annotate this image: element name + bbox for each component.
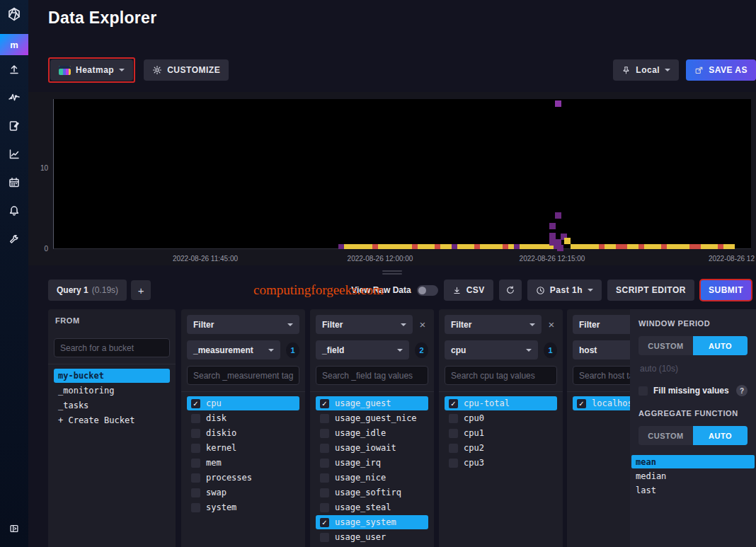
query-tab[interactable]: Query 1 (0.19s) <box>48 280 127 301</box>
checkbox[interactable] <box>320 414 329 423</box>
influxdb-logo-icon[interactable] <box>0 0 28 28</box>
list-item[interactable]: usage_softirq <box>316 485 428 500</box>
user-avatar[interactable]: m <box>0 34 28 55</box>
list-item[interactable]: cpu2 <box>445 441 557 455</box>
bucket-search-input[interactable] <box>54 338 170 357</box>
view-raw-toggle[interactable] <box>417 285 438 296</box>
list-item[interactable]: usage_guest_nice <box>316 411 428 425</box>
list-item[interactable]: _tasks <box>54 398 170 413</box>
list-item[interactable]: system <box>187 500 299 514</box>
refresh-button[interactable] <box>499 280 522 301</box>
viz-type-dropdown[interactable]: Heatmap <box>50 59 133 81</box>
script-editor-button[interactable]: SCRIPT EDITOR <box>607 280 694 301</box>
list-item[interactable]: ✓usage_guest <box>316 396 428 410</box>
list-item[interactable]: median <box>631 469 755 483</box>
tag-search-input[interactable] <box>187 366 299 385</box>
tag-key-dropdown[interactable]: cpu <box>445 340 538 359</box>
checkbox[interactable] <box>449 459 458 468</box>
sidebar-item-notebooks[interactable] <box>0 112 28 140</box>
add-query-button[interactable]: + <box>131 280 151 300</box>
tag-key-dropdown[interactable]: _field <box>316 340 409 359</box>
list-item[interactable]: disk <box>187 411 299 425</box>
checkbox[interactable] <box>320 503 329 512</box>
list-item[interactable]: last <box>631 483 755 497</box>
list-item[interactable]: ✓cpu <box>187 396 299 410</box>
panel-resize-handle[interactable] <box>28 265 756 280</box>
help-icon[interactable]: ? <box>736 385 748 396</box>
checkbox[interactable] <box>320 533 329 542</box>
heatmap-cell <box>555 212 561 219</box>
filter-type-dropdown[interactable]: Filter <box>187 315 299 334</box>
list-item[interactable]: mem <box>187 456 299 470</box>
list-item[interactable]: cpu0 <box>445 411 557 425</box>
time-range-dropdown[interactable]: Past 1h <box>527 280 602 301</box>
checkbox[interactable] <box>191 503 200 512</box>
plot-area[interactable] <box>53 99 751 249</box>
remove-filter-button[interactable]: × <box>417 318 428 330</box>
checkbox[interactable]: ✓ <box>577 399 586 408</box>
csv-button[interactable]: CSV <box>444 280 493 301</box>
list-item[interactable]: ✓usage_system <box>316 515 428 529</box>
customize-button[interactable]: CUSTOMIZE <box>144 59 229 81</box>
sidebar-item-data-explorer[interactable] <box>0 84 28 112</box>
sidebar-item-dashboards[interactable] <box>0 140 28 168</box>
checkbox[interactable] <box>320 473 329 483</box>
list-item[interactable]: usage_irq <box>316 456 428 470</box>
checkbox[interactable] <box>320 488 329 497</box>
checkbox[interactable] <box>449 429 458 438</box>
filter-type-dropdown[interactable]: Filter <box>316 315 413 334</box>
checkbox[interactable] <box>449 444 458 453</box>
checkbox[interactable]: ✓ <box>320 518 329 527</box>
list-item[interactable]: diskio <box>187 426 299 440</box>
list-item[interactable]: + Create Bucket <box>54 413 170 427</box>
checkbox[interactable]: ✓ <box>449 399 458 408</box>
list-item[interactable]: usage_user <box>316 530 428 544</box>
checkbox[interactable] <box>449 414 458 423</box>
list-item[interactable]: kernel <box>187 441 299 455</box>
filter-type-dropdown[interactable]: Filter <box>445 315 542 334</box>
checkbox[interactable] <box>191 414 200 423</box>
window-auto-button[interactable]: AUTO <box>693 336 748 355</box>
heatmap-cell <box>384 244 389 249</box>
scope-dropdown[interactable]: Local <box>613 59 679 81</box>
list-item[interactable]: cpu1 <box>445 426 557 440</box>
heatmap-cell <box>564 238 571 244</box>
sidebar-item-settings[interactable] <box>0 225 28 253</box>
checkbox[interactable] <box>191 488 200 497</box>
tag-search-input[interactable] <box>445 366 557 385</box>
fill-missing-checkbox[interactable] <box>638 386 648 396</box>
tag-search-input[interactable] <box>316 366 428 385</box>
list-item[interactable]: mean <box>631 455 755 468</box>
checkbox[interactable] <box>320 444 329 453</box>
remove-filter-button[interactable]: × <box>546 318 557 330</box>
checkbox[interactable] <box>191 459 200 468</box>
aggregate-auto-button[interactable]: AUTO <box>693 426 748 445</box>
checkbox[interactable] <box>191 444 200 453</box>
list-item[interactable]: usage_nice <box>316 471 428 485</box>
list-item[interactable]: usage_iowait <box>316 441 428 455</box>
list-item[interactable]: my-bucket <box>54 369 170 383</box>
list-item[interactable]: ✓cpu-total <box>445 396 557 410</box>
list-item[interactable]: usage_steal <box>316 500 428 514</box>
checkbox[interactable] <box>191 473 200 483</box>
save-as-button[interactable]: SAVE AS <box>686 59 756 81</box>
checkbox[interactable] <box>320 429 329 438</box>
checkbox[interactable] <box>191 429 200 438</box>
list-item[interactable]: usage_idle <box>316 426 428 440</box>
tag-key-dropdown[interactable]: _measurement <box>187 340 280 359</box>
sidebar-item-tasks[interactable] <box>0 168 28 197</box>
checkbox[interactable] <box>320 459 329 468</box>
checkbox[interactable]: ✓ <box>191 399 200 408</box>
sidebar-item-upload[interactable] <box>0 55 28 84</box>
list-item[interactable]: processes <box>187 471 299 485</box>
aggregate-custom-button[interactable]: CUSTOM <box>638 426 693 445</box>
heatmap-cell <box>537 244 542 249</box>
checkbox[interactable]: ✓ <box>320 399 329 408</box>
sidebar-toggle[interactable] <box>0 514 28 543</box>
list-item[interactable]: cpu3 <box>445 456 557 470</box>
window-custom-button[interactable]: CUSTOM <box>638 336 693 355</box>
sidebar-item-alerts[interactable] <box>0 197 28 225</box>
submit-button[interactable]: SUBMIT <box>700 280 752 301</box>
list-item[interactable]: _monitoring <box>54 384 170 398</box>
list-item[interactable]: swap <box>187 485 299 500</box>
